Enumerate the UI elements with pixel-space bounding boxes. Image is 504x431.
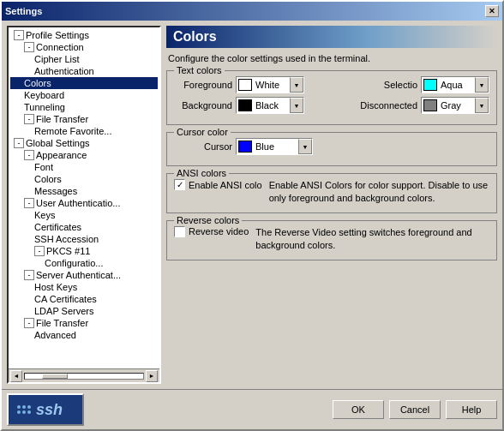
selection-label: Selectio <box>359 80 417 90</box>
tree-item-ssh-accession[interactable]: SSH Accession <box>10 233 158 245</box>
tree-item-profile-settings[interactable]: - Profile Settings <box>10 29 158 41</box>
tree-item-colors2[interactable]: Colors <box>10 173 158 185</box>
tree-scrollbar[interactable]: ◄ ► <box>9 368 159 382</box>
tree-item-tunneling[interactable]: Tunneling <box>10 101 158 113</box>
text-colors-label: Text colors <box>174 65 225 75</box>
tree-item-colors[interactable]: Colors <box>10 77 158 89</box>
background-row: Background Black ▼ <box>174 97 304 114</box>
reverse-checkbox-wrap[interactable]: Reverse video <box>174 226 249 237</box>
tree-item-keyboard[interactable]: Keyboard <box>10 89 158 101</box>
foreground-dropdown-btn[interactable]: ▼ <box>290 77 303 93</box>
tree-item-pkcs11[interactable]: - PKCS #11 <box>10 245 158 257</box>
tree-item-ldap-servers[interactable]: LDAP Servers <box>10 305 158 317</box>
ansi-checkbox[interactable]: ✓ <box>174 179 185 190</box>
tree-label: LDAP Servers <box>34 306 94 316</box>
foreground-select[interactable]: White ▼ <box>236 76 304 93</box>
tree-item-file-transfer2[interactable]: - File Transfer <box>10 317 158 329</box>
ansi-row: ✓ Enable ANSI colo Enable ANSI Colors fo… <box>174 179 489 206</box>
panel-title: Colors <box>173 29 217 44</box>
title-bar-title: Settings <box>5 6 42 16</box>
ssh-text: ssh <box>36 401 63 419</box>
expand-icon[interactable]: - <box>14 138 24 148</box>
close-button[interactable]: ✕ <box>485 5 499 17</box>
tree-label: Remote Favorite... <box>34 126 111 136</box>
tree-label: File Transfer <box>36 114 88 124</box>
tree-item-advanced[interactable]: Advanced <box>10 329 158 341</box>
tree-item-ca-certificates[interactable]: CA Certificates <box>10 293 158 305</box>
tree-item-user-authentication[interactable]: - User Authenticatio... <box>10 197 158 209</box>
disconnected-dropdown-btn[interactable]: ▼ <box>475 98 489 113</box>
expand-icon[interactable]: - <box>24 42 34 52</box>
tree-item-cipher-list[interactable]: Cipher List <box>10 53 158 65</box>
tree-label: Server Authenticat... <box>36 270 121 280</box>
cursor-select[interactable]: Blue ▼ <box>236 138 313 155</box>
tree-label: Authentication <box>34 66 94 76</box>
tree-item-font[interactable]: Font <box>10 161 158 173</box>
reverse-description: The Reverse Video setting switches foreg… <box>255 226 489 253</box>
ssh-logo: ssh <box>7 393 84 426</box>
tree-item-keys[interactable]: Keys <box>10 209 158 221</box>
tree-item-certificates[interactable]: Certificates <box>10 221 158 233</box>
tree-item-appearance[interactable]: - Appearance <box>10 149 158 161</box>
expand-icon[interactable]: - <box>24 270 34 280</box>
tree-item-global-settings[interactable]: - Global Settings <box>10 137 158 149</box>
tree-item-file-transfer[interactable]: - File Transfer <box>10 113 158 125</box>
expand-icon[interactable]: - <box>34 246 45 256</box>
tree-label: Colors <box>24 78 51 88</box>
ansi-description: Enable ANSI Colors for color support. Di… <box>269 179 489 206</box>
reverse-colors-group: Reverse colors Reverse video The Reverse… <box>166 220 497 260</box>
help-button[interactable]: Help <box>446 400 497 419</box>
expand-icon[interactable]: - <box>14 30 24 40</box>
dialog-buttons: OK Cancel Help <box>333 400 497 419</box>
ssh-dots <box>17 405 31 414</box>
background-swatch <box>238 99 252 111</box>
tree-item-messages[interactable]: Messages <box>10 185 158 197</box>
ok-button[interactable]: OK <box>333 400 384 419</box>
text-colors-group: Text colors Foreground White ▼ <box>166 70 497 125</box>
selection-select[interactable]: Aqua ▼ <box>421 76 489 93</box>
tree-label: Keyboard <box>24 90 64 100</box>
tree-label: Font <box>34 162 53 172</box>
ssh-dot <box>27 405 31 409</box>
cursor-row: Cursor Blue ▼ <box>174 138 489 155</box>
tree-item-host-keys[interactable]: Host Keys <box>10 281 158 293</box>
tree-label: Host Keys <box>34 282 77 292</box>
tree-item-configuration[interactable]: Configuratio... <box>10 257 158 269</box>
tree-container[interactable]: - Profile Settings - Connection Cipher L… <box>9 27 159 368</box>
expand-icon[interactable]: - <box>24 114 34 124</box>
tree-label: Profile Settings <box>26 30 89 40</box>
cancel-button[interactable]: Cancel <box>389 400 441 419</box>
cursor-color-label: Cursor color <box>174 127 231 137</box>
background-dropdown-btn[interactable]: ▼ <box>290 98 303 113</box>
selection-dropdown-btn[interactable]: ▼ <box>475 77 489 93</box>
settings-window: Settings ✕ - Profile Settings - Connecti… <box>0 0 504 431</box>
bottom-bar: ssh OK Cancel Help <box>2 389 502 429</box>
tree-label: Global Settings <box>26 138 90 148</box>
tree-item-connection[interactable]: - Connection <box>10 41 158 53</box>
tree-label: Tunneling <box>24 102 65 112</box>
ssh-dot <box>17 405 21 409</box>
tree-item-remote-favorites[interactable]: Remote Favorite... <box>10 125 158 137</box>
disconnected-swatch <box>423 99 437 111</box>
background-select[interactable]: Black ▼ <box>236 97 304 114</box>
tree-label: Advanced <box>34 330 76 340</box>
disconnected-select[interactable]: Gray ▼ <box>421 97 489 114</box>
tree-item-authentication[interactable]: Authentication <box>10 65 158 77</box>
right-panel: Colors Configure the color settings used… <box>161 21 502 389</box>
disconnected-row: Disconnected Gray ▼ <box>359 97 489 114</box>
cursor-dropdown-btn[interactable]: ▼ <box>298 139 312 154</box>
expand-icon[interactable]: - <box>24 198 34 208</box>
tree-item-server-authentication[interactable]: - Server Authenticat... <box>10 269 158 281</box>
selection-value: Aqua <box>439 80 475 90</box>
reverse-checkbox[interactable] <box>174 226 185 237</box>
scroll-left-arrow[interactable]: ◄ <box>10 370 22 382</box>
scrollbar-thumb[interactable] <box>42 374 68 379</box>
scrollbar-track[interactable] <box>24 373 144 380</box>
expand-icon[interactable]: - <box>24 150 34 160</box>
tree-label: Cipher List <box>34 54 80 64</box>
background-value: Black <box>254 100 290 111</box>
expand-icon[interactable]: - <box>24 318 34 328</box>
ansi-checkbox-wrap[interactable]: ✓ Enable ANSI colo <box>174 179 262 190</box>
window-body: - Profile Settings - Connection Cipher L… <box>2 21 502 389</box>
scroll-right-arrow[interactable]: ► <box>146 370 158 382</box>
